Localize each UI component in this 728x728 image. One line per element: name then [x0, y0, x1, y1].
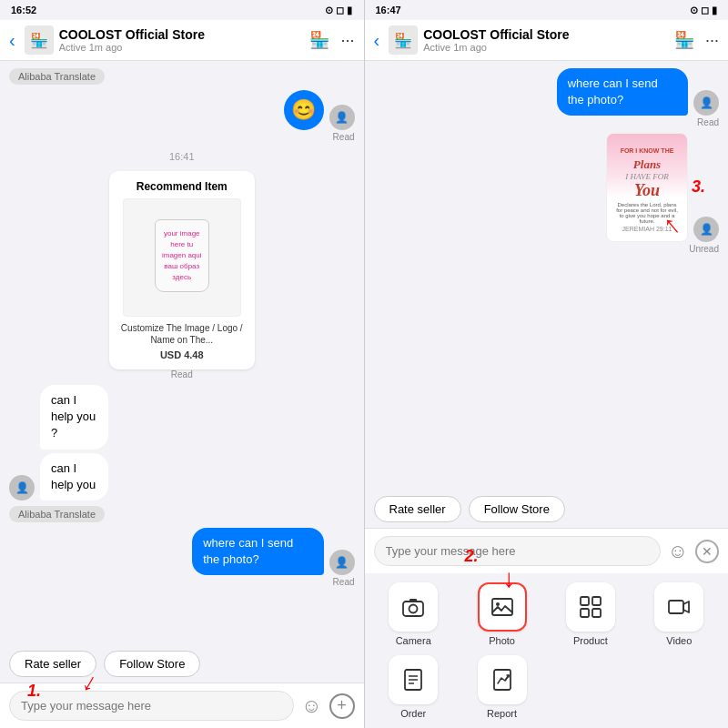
status-bar-right: 16:47 ⊙ ◻ ▮: [365, 0, 729, 20]
status-bar-left: 16:52 ⊙ ◻ ▮: [0, 0, 364, 20]
recommend-desc: Customize The Image / Logo / Name on The…: [118, 322, 246, 346]
svg-rect-6: [592, 597, 601, 605]
status-time-left: 16:52: [11, 5, 36, 15]
order-icon: [400, 667, 426, 693]
store-action-icon-right[interactable]: 🏪: [674, 30, 694, 50]
svg-rect-14: [494, 670, 511, 690]
camera-icon-box[interactable]: [389, 582, 438, 632]
more-icon-left[interactable]: ···: [340, 31, 354, 50]
svg-rect-5: [581, 597, 589, 605]
chat-area-left: Alibaba Translate 👤 😊 Read 16:41 Recomme…: [0, 61, 364, 645]
flower-you: You: [634, 181, 660, 200]
store-avatar-1: 👤: [9, 475, 35, 500]
recommend-image: your image here tu imagen aqui ваш образ…: [123, 198, 241, 317]
store-bubble-1: can I help you ?: [40, 385, 108, 450]
store-name-right: COOLOST Official Store: [423, 27, 669, 42]
status-icons-left: ⊙ ◻ ▮: [325, 5, 352, 16]
message-input-left[interactable]: [9, 691, 294, 721]
video-label: Video: [666, 635, 692, 646]
product-icon-box[interactable]: [566, 582, 615, 632]
chat-header-left: ‹ 🏪 COOLOST Official Store Active 1m ago…: [0, 20, 364, 61]
photo-label: Photo: [489, 635, 515, 646]
store-action-icon-left[interactable]: 🏪: [309, 30, 329, 50]
user-avatar-2: 👤: [329, 550, 355, 575]
back-button-right[interactable]: ‹: [370, 30, 384, 51]
chat-header-right: ‹ 🏪 COOLOST Official Store Active 1m ago…: [365, 20, 729, 61]
photo-icon-box[interactable]: [478, 582, 527, 632]
header-actions-left: 🏪 ···: [309, 30, 354, 50]
media-product[interactable]: Product: [551, 582, 630, 646]
follow-store-btn-right[interactable]: Follow Store: [469, 496, 565, 522]
timestamp-1641: 16:41: [9, 151, 355, 162]
svg-rect-2: [410, 599, 417, 602]
media-video[interactable]: Video: [640, 582, 719, 646]
header-actions-right: 🏪 ···: [674, 30, 719, 50]
svg-point-1: [410, 605, 418, 613]
read-label-right: Read: [697, 117, 719, 127]
store-name-left: COOLOST Official Store: [59, 27, 305, 42]
input-area-left: ☺ +: [0, 682, 364, 728]
media-grid: Camera Photo Product: [365, 573, 729, 728]
product-icon: [578, 594, 603, 620]
camera-label: Camera: [396, 635, 431, 646]
store-avatar-right: 👤: [693, 217, 719, 242]
svg-rect-7: [581, 609, 589, 617]
flower-title: Plans: [633, 157, 661, 172]
active-status-left: Active 1m ago: [59, 42, 305, 53]
read-label-3: Read: [333, 577, 355, 587]
user-avatar-left: 👤: [329, 105, 355, 130]
translate-badge-2: Alibaba Translate: [9, 506, 105, 522]
back-button-left[interactable]: ‹: [5, 30, 19, 51]
report-icon-box[interactable]: [478, 655, 527, 704]
recommend-title: Recommend Item: [118, 180, 246, 193]
svg-rect-3: [492, 599, 512, 615]
emoji-icon-left[interactable]: ☺: [301, 694, 321, 718]
media-camera[interactable]: Camera: [374, 582, 453, 646]
flower-ref: JEREMIAH 29:11: [622, 226, 672, 232]
store-icon-left: 🏪: [25, 25, 54, 55]
more-icon-right[interactable]: ···: [705, 31, 719, 50]
flower-for: I HAVE FOR: [625, 172, 669, 181]
user-bubble-1: where can I send the photo?: [192, 528, 323, 575]
read-label-1: Read: [333, 132, 355, 142]
video-icon: [666, 594, 692, 620]
svg-point-4: [496, 602, 500, 606]
read-label-2: Read: [171, 369, 193, 379]
follow-store-btn-left[interactable]: Follow Store: [104, 651, 200, 677]
message-input-right[interactable]: [374, 536, 661, 566]
backpack-text: your image here tu imagen aqui ваш образ…: [156, 225, 208, 287]
input-area-right: ☺ ✕: [365, 528, 729, 573]
quick-actions-right: Rate seller Follow Store: [365, 490, 729, 528]
recommend-price: USD 4.48: [118, 349, 246, 360]
order-label: Order: [400, 708, 426, 719]
media-report[interactable]: Report: [462, 655, 541, 719]
store-icon-right: 🏪: [389, 25, 418, 55]
emoji-bubble: 😊: [284, 90, 324, 130]
translate-badge-1: Alibaba Translate: [9, 68, 105, 85]
report-label: Report: [487, 708, 517, 719]
quick-actions-left: Rate seller Follow Store: [0, 645, 364, 682]
svg-rect-0: [403, 602, 423, 616]
svg-rect-9: [669, 601, 683, 613]
flower-image-card: FOR I KNOW THE Plans I HAVE FOR You Decl…: [606, 133, 688, 242]
flower-card-text: FOR I KNOW THE: [617, 144, 678, 157]
video-icon-box[interactable]: [654, 582, 703, 632]
rate-seller-btn-left[interactable]: Rate seller: [9, 651, 96, 677]
photo-icon: [490, 594, 515, 620]
header-info-left: COOLOST Official Store Active 1m ago: [59, 27, 305, 53]
unread-label-right: Unread: [689, 244, 719, 254]
emoji-icon-right[interactable]: ☺: [668, 540, 688, 563]
media-order[interactable]: Order: [374, 655, 453, 719]
status-time-right: 16:47: [376, 5, 401, 15]
rate-seller-btn-right[interactable]: Rate seller: [374, 496, 461, 522]
store-msg-group: can I help you ? can I help you: [40, 385, 146, 500]
user-avatar-right: 👤: [693, 90, 719, 116]
plus-icon-left[interactable]: +: [329, 693, 355, 719]
order-icon-box[interactable]: [389, 655, 438, 704]
store-bubble-2: can I help you: [40, 453, 108, 500]
close-icon-right[interactable]: ✕: [695, 540, 719, 563]
report-icon: [490, 667, 515, 693]
chat-area-right: 👤 where can I send the photo? Read 👤 FOR…: [365, 61, 729, 490]
media-photo[interactable]: Photo: [462, 582, 541, 646]
store-msg-row-1: 👤 can I help you ? can I help you: [9, 385, 355, 500]
